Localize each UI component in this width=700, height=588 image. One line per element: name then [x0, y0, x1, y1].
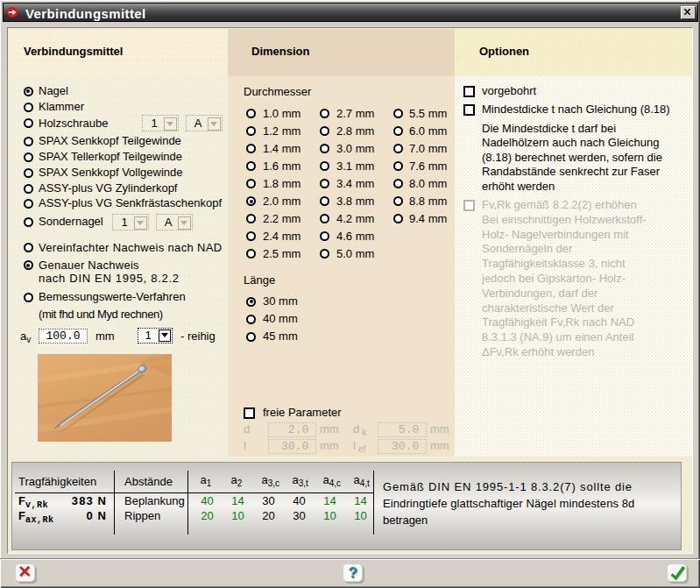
svg-text:?: ?: [348, 564, 357, 581]
